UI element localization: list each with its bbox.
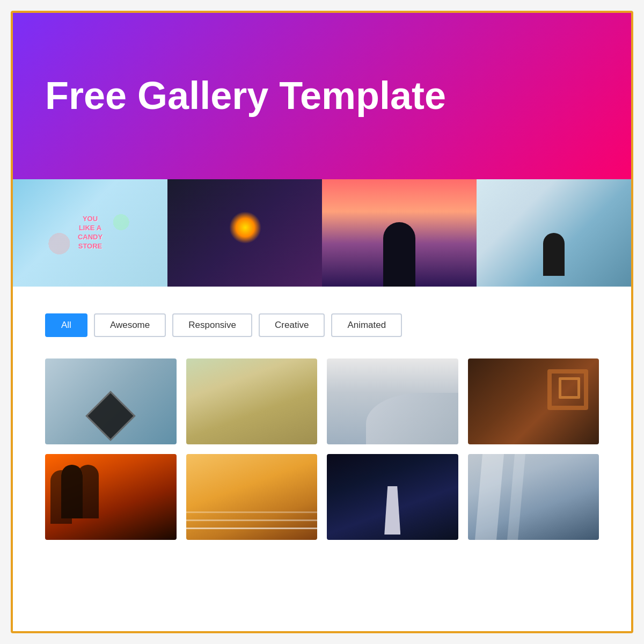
- banner-image-silhouette: [322, 179, 477, 287]
- gallery-item-8[interactable]: [468, 454, 599, 540]
- filter-responsive-button[interactable]: Responsive: [172, 313, 252, 337]
- filter-awesome-button[interactable]: Awesome: [94, 313, 166, 337]
- gallery-grid: [45, 358, 599, 540]
- candy-store-text: YOU LIKE A CANDY STORE: [78, 215, 103, 251]
- banner-image-sparkler: [167, 179, 322, 287]
- page-title: Free Gallery Template: [45, 75, 446, 117]
- gallery-item-5[interactable]: [45, 454, 177, 540]
- gallery-item-4[interactable]: [468, 358, 599, 444]
- banner-strip: YOU LIKE A CANDY STORE: [13, 179, 631, 287]
- filter-animated-button[interactable]: Animated: [331, 313, 402, 337]
- banner-image-candy: YOU LIKE A CANDY STORE: [13, 179, 167, 287]
- gallery-item-6[interactable]: [186, 454, 318, 540]
- filter-bar: All Awesome Responsive Creative Animated: [45, 313, 599, 337]
- gallery-item-2[interactable]: [186, 358, 318, 444]
- gallery-item-3[interactable]: [327, 358, 458, 444]
- main-content-area: All Awesome Responsive Creative Animated: [13, 287, 631, 561]
- main-container: Free Gallery Template YOU LIKE A CANDY S…: [11, 11, 633, 633]
- header-banner: Free Gallery Template: [13, 13, 631, 179]
- banner-image-person: [477, 179, 631, 287]
- gallery-item-7[interactable]: [327, 454, 458, 540]
- filter-all-button[interactable]: All: [45, 313, 87, 337]
- filter-creative-button[interactable]: Creative: [259, 313, 325, 337]
- gallery-item-1[interactable]: [45, 358, 177, 444]
